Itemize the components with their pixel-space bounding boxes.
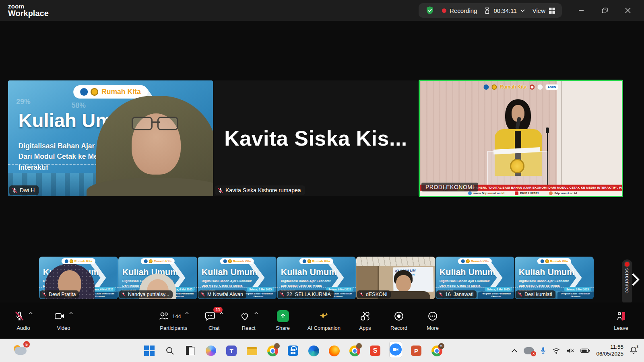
zoom-app-button-active[interactable] [390,345,402,357]
firefox-button[interactable] [328,345,340,357]
close-button[interactable] [619,3,637,18]
slide-brand-text: Rumah Kita [550,259,568,263]
chat-button[interactable]: 11 Chat [204,310,224,331]
thumb-tile-janawati[interactable]: Rumah Kita Kuliah Umum Digitalisasi Baha… [436,257,514,299]
mic-tray-icon[interactable] [540,347,546,355]
view-button[interactable]: View [533,7,555,14]
search-button[interactable] [164,345,176,357]
hourglass-icon [484,7,490,14]
meeting-timer[interactable]: 00:34:11 [484,7,525,14]
chrome-profile2-button[interactable] [349,345,361,357]
taskbar-clock[interactable]: 11:55 06/05/2025 [596,344,623,358]
battery-icon[interactable] [580,348,590,354]
participant-name: Dwi H [20,187,35,193]
start-button[interactable] [143,345,155,357]
wifi-icon[interactable] [552,348,560,354]
participant-name: Desi kurniati [524,292,552,297]
store-bag-icon [288,346,298,356]
chevron-up-icon[interactable] [254,312,258,315]
thumb-tile-dewi[interactable]: Rumah Kita Kuliah Umum Digitalisasi Baha… [39,257,118,299]
chat-bubble-icon [204,311,216,322]
tray-chevron-up-icon[interactable] [511,348,518,353]
notification-center-button[interactable]: z [630,346,638,356]
recording-indicator[interactable]: Recording [442,7,477,14]
react-label: React [242,325,256,331]
slide-subtitle-line1: Digitalisasi Bahan Ajar Ekonomi: [519,279,569,284]
search-icon [165,346,175,356]
copilot-button[interactable] [205,345,217,357]
edge-button[interactable] [308,345,320,357]
teams-button[interactable]: T [225,345,237,357]
thumb-tile-deskoni[interactable]: KULIAH UM GITALISASI BAH 06 dESKONi [356,257,435,299]
record-button[interactable]: Record [390,310,408,331]
video-tile-dwi[interactable]: Rumah Kita Kuliah Umum Digitalisasi Baha… [8,80,213,196]
more-button[interactable]: More [423,310,442,331]
slide-title: Kuliah Umum [202,267,258,278]
unsri-logo-icon [91,88,99,96]
slide-title: Kuliah Umum [440,267,495,278]
chevron-down-icon[interactable] [520,9,525,12]
round-logo-icon [537,84,543,90]
record-icon [393,311,405,322]
zoom-workplace-logo: zoom Workplace [0,3,49,18]
mic-muted-icon [217,187,223,193]
participant-name: Kavita Siska Kishore rumapea [225,187,301,193]
screenrec-label: screenrec [624,268,630,293]
thumb-tile-nandya[interactable]: Rumah Kita Kuliah Umum Digitalisasi Baha… [118,257,197,299]
minimize-button[interactable] [572,3,590,18]
ticker-headline: FKIP UNSRI, "DIGITALISASI BAHAN AJAR EKO… [465,186,622,189]
kemdikbud-logo-icon [144,259,148,263]
thumb-tile-nowfal[interactable]: Rumah Kita Kuliah Umum Digitalisasi Baha… [198,257,277,299]
chrome-profile1-button[interactable] [266,345,279,357]
video-button[interactable]: Video [54,310,73,331]
task-view-button[interactable] [184,345,196,357]
share-button[interactable]: Share [274,310,292,331]
slide-logo-pill: Rumah Kita [458,258,492,264]
slide-brand-text: Rumah Kita [471,259,489,263]
close-icon [625,8,631,13]
chevron-up-icon[interactable] [219,312,224,315]
unsri-logo-icon [545,259,549,263]
slide-brand-text: Rumah Kita [312,259,330,263]
thumb-tile-desi[interactable]: Rumah Kita Kuliah Umum Digitalisasi Baha… [515,257,594,299]
file-explorer-button[interactable] [246,345,258,357]
leave-button[interactable]: Leave [612,310,630,331]
volume-muted-icon[interactable] [566,348,574,354]
video-tile-kavita[interactable]: Kavita Siska Kis... Kavita Siska Kishore… [214,80,418,196]
chevron-up-icon[interactable] [185,312,189,315]
filmstrip-next-button[interactable] [631,273,640,288]
share-label: Share [276,325,290,331]
ai-sparkle-icon [318,311,330,322]
participant-name: dESKONi [366,292,388,297]
clock-date: 06/05/2025 [596,351,623,358]
screenrec-app-button[interactable]: S [369,345,381,357]
slide-brand-text: Rumah Kita [74,259,92,263]
kemdikbud-logo-icon [541,259,544,263]
audio-button[interactable]: Audio [14,310,33,331]
participants-button[interactable]: 144 Participants [158,310,189,331]
slide-stat-2: 58% [72,101,86,110]
participant-name-label: Kavita Siska Kishore rumapea [215,185,305,195]
security-shield-icon[interactable] [425,6,435,15]
windows-taskbar: 5 T [0,339,644,362]
window-controls [572,3,637,18]
leave-door-icon [615,311,627,322]
ai-companion-button[interactable]: AI Companion [308,310,341,331]
microsoft-store-button[interactable] [287,345,299,357]
chevron-up-icon[interactable] [69,312,73,315]
accreditation-logo-icon [529,84,535,90]
slide-brand-text: Rumah Kita [101,88,141,96]
chrome-profile3-button[interactable]: S [431,345,443,357]
thumb-tile-sella[interactable]: Rumah Kita Kuliah Umum Digitalisasi Baha… [277,257,356,299]
react-button[interactable]: React [239,310,258,331]
apps-button[interactable]: Apps [356,310,374,331]
powerpoint-button[interactable]: P [410,345,422,357]
restore-button[interactable] [596,3,613,18]
slide-title: Kuliah Umum [281,267,337,278]
chevron-up-icon[interactable] [29,312,33,315]
onedrive-tray-icon[interactable]: ✕ [524,347,534,354]
participant-name-label: dESKONi [357,290,391,298]
taskbar-weather-widget[interactable]: 5 [14,343,30,359]
youtube-icon [515,191,518,195]
video-tile-prodi-active-speaker[interactable]: Rumah Kita ASIIN RI .id FKIP UNSRI, "DIG… [419,80,623,197]
